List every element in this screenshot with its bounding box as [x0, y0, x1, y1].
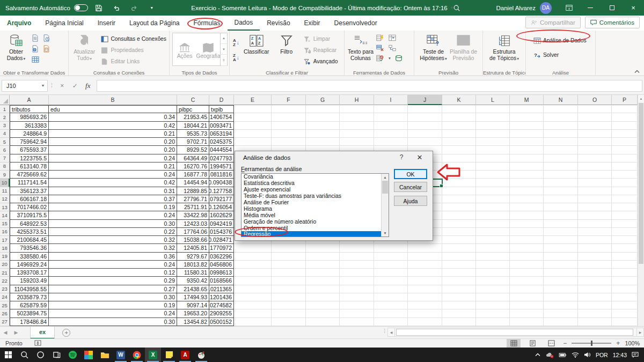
cell-P12[interactable]: [612, 195, 638, 203]
cell-F4[interactable]: [272, 130, 306, 138]
cell-F24[interactable]: [272, 293, 306, 301]
cell-N11[interactable]: [544, 187, 578, 195]
cell-B8[interactable]: 0.21: [49, 162, 177, 171]
cell-F21[interactable]: [272, 269, 306, 277]
reaplicar-button[interactable]: Reaplicar: [302, 45, 340, 56]
cell-G1[interactable]: [306, 105, 340, 113]
cell-L16[interactable]: [476, 228, 510, 236]
cell-M22[interactable]: [510, 277, 544, 285]
cell-P9[interactable]: [612, 171, 638, 179]
cell-O27[interactable]: [578, 318, 612, 326]
cell-O18[interactable]: [578, 244, 612, 252]
cell-E18[interactable]: [234, 244, 272, 252]
acoes-button[interactable]: Ações: [173, 40, 196, 59]
cell-D23[interactable]: 0.0211365: [209, 285, 234, 293]
cell-D5[interactable]: 0.0245375: [209, 138, 234, 146]
column-header-M[interactable]: M: [510, 95, 544, 105]
cell-D13[interactable]: 0.126054: [209, 203, 234, 211]
cell-M20[interactable]: [510, 261, 544, 269]
file-explorer-icon[interactable]: [97, 348, 113, 362]
cell-K21[interactable]: [442, 269, 476, 277]
cell-B6[interactable]: 0.20: [49, 146, 177, 154]
cell-D18[interactable]: -0.1770972: [209, 244, 234, 252]
cell-C14[interactable]: 33422.98: [177, 211, 209, 219]
new-sheet-icon[interactable]: +: [62, 329, 70, 337]
cell-B7[interactable]: 0.24: [49, 154, 177, 162]
zoom-slider[interactable]: [572, 343, 611, 344]
cell-O24[interactable]: [578, 293, 612, 301]
cell-O10[interactable]: [578, 179, 612, 187]
horizontal-scroll-thumb[interactable]: [396, 329, 633, 336]
cell-F2[interactable]: [272, 113, 306, 121]
cell-O11[interactable]: [578, 187, 612, 195]
cell-J1[interactable]: [408, 105, 442, 113]
cell-B2[interactable]: 0.34: [49, 113, 177, 121]
estrutura-topicos-button[interactable]: Estrutura de Tópicos▾: [489, 32, 519, 69]
from-table-icon[interactable]: [31, 55, 39, 63]
cell-N17[interactable]: [544, 236, 578, 244]
cell-C10[interactable]: 14454.94: [177, 179, 209, 187]
cell-H1[interactable]: [340, 105, 374, 113]
paint-icon[interactable]: [193, 348, 209, 362]
cell-P25[interactable]: [612, 301, 638, 309]
row-header-16[interactable]: 16: [0, 228, 10, 236]
cell-I20[interactable]: [374, 261, 408, 269]
cell-G3[interactable]: [306, 122, 340, 130]
cell-H2[interactable]: [340, 113, 374, 121]
zoom-level[interactable]: 100%: [625, 340, 640, 346]
cell-C9[interactable]: 16877.78: [177, 171, 209, 179]
cell-E23[interactable]: [234, 285, 272, 293]
row-header-26[interactable]: 26: [0, 309, 10, 317]
cell-N21[interactable]: [544, 269, 578, 277]
cell-N22[interactable]: [544, 277, 578, 285]
cell-N23[interactable]: [544, 285, 578, 293]
column-header-D[interactable]: D: [209, 95, 234, 105]
data-validation-caret-icon[interactable]: ▾: [389, 56, 391, 61]
cell-C17[interactable]: 15038.66: [177, 236, 209, 244]
cell-N24[interactable]: [544, 293, 578, 301]
cell-D17[interactable]: 0.028471: [209, 236, 234, 244]
cell-D8[interactable]: 0.1994571: [209, 162, 234, 171]
start-icon[interactable]: [0, 348, 16, 362]
limpar-button[interactable]: Limpar: [302, 33, 340, 45]
cell-P4[interactable]: [612, 130, 638, 138]
tab-inserir[interactable]: Inserir: [91, 16, 122, 31]
cell-K22[interactable]: [442, 277, 476, 285]
column-header-H[interactable]: H: [340, 95, 374, 105]
column-header-J[interactable]: J: [408, 95, 442, 105]
tab-exibir[interactable]: Exibir: [297, 16, 327, 31]
cell-K18[interactable]: [442, 244, 476, 252]
cell-P18[interactable]: [612, 244, 638, 252]
flash-fill-icon[interactable]: [376, 34, 384, 42]
cell-L23[interactable]: [476, 285, 510, 293]
cell-D3[interactable]: -0.0093471: [209, 122, 234, 130]
cell-G22[interactable]: [306, 277, 340, 285]
cell-K10[interactable]: [442, 179, 476, 187]
cell-L15[interactable]: [476, 220, 510, 228]
column-header-L[interactable]: L: [476, 95, 510, 105]
cell-C12[interactable]: 27796.71: [177, 195, 209, 203]
cell-H3[interactable]: [340, 122, 374, 130]
cell-O16[interactable]: [578, 228, 612, 236]
cell-J22[interactable]: [408, 277, 442, 285]
cell-L8[interactable]: [476, 162, 510, 171]
cell-K9[interactable]: [442, 171, 476, 179]
cell-G4[interactable]: [306, 130, 340, 138]
cell-E25[interactable]: [234, 301, 272, 309]
cell-K11[interactable]: [442, 187, 476, 195]
cell-I2[interactable]: [374, 113, 408, 121]
photos-icon[interactable]: [80, 348, 97, 362]
tab-layout-da-página[interactable]: Layout da Página: [122, 16, 186, 31]
horizontal-scrollbar[interactable]: ◀ ▶: [387, 327, 644, 337]
cell-A4[interactable]: 248864.9: [10, 130, 49, 138]
cell-E20[interactable]: [234, 261, 272, 269]
customize-toolbar-icon[interactable]: ▾: [145, 2, 159, 14]
analysis-tool-option[interactable]: Ajuste exponencial: [241, 187, 389, 193]
cell-A7[interactable]: 1223755.5: [10, 154, 49, 162]
dialog-close-icon[interactable]: ✕: [413, 153, 426, 161]
cell-N14[interactable]: [544, 211, 578, 219]
cell-G21[interactable]: [306, 269, 340, 277]
cell-I24[interactable]: [374, 293, 408, 301]
cell-J23[interactable]: [408, 285, 442, 293]
zoom-out-icon[interactable]: −: [563, 339, 567, 347]
